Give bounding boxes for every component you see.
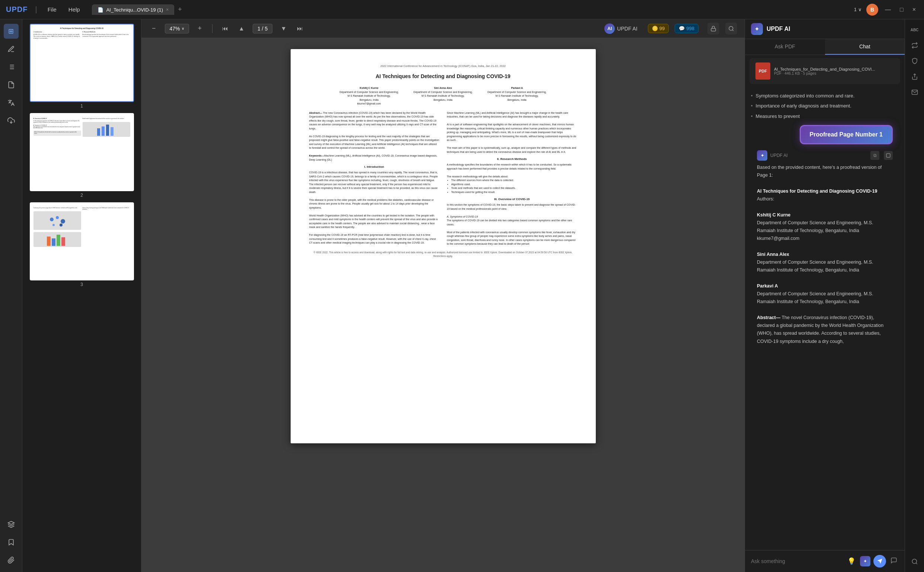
updf-ai-logo: AI	[605, 23, 615, 34]
ai-author1-dept: Department of Computer Science and Engin…	[757, 219, 893, 235]
nav-prev-btn[interactable]: ▲	[236, 25, 247, 33]
zoom-out-btn[interactable]: −	[149, 23, 159, 34]
tab-close-btn[interactable]: ×	[166, 7, 168, 12]
page-counter-val: 1	[854, 7, 857, 12]
page-counter-display: 1 ∨	[854, 7, 862, 12]
chat-input-field[interactable]	[751, 558, 843, 564]
svg-rect-21	[711, 28, 715, 31]
yellow-count: 99	[659, 26, 665, 31]
translate-icon[interactable]	[4, 95, 19, 110]
topbar: UPDF | File Help 📄 AI_Techniqu...OVID-19…	[0, 0, 924, 19]
yellow-icon: 🪙	[652, 26, 658, 31]
nav-next-btn[interactable]: ▼	[278, 25, 289, 33]
svg-point-26	[912, 559, 916, 563]
svg-point-15	[53, 224, 55, 226]
document-tab[interactable]: 📄 AI_Techniqu...OVID-19 (1) ×	[92, 5, 174, 15]
protect-icon[interactable]	[908, 54, 921, 68]
document-page: 2022 International Conference for Advanc…	[291, 49, 596, 443]
annotation-icon[interactable]	[4, 42, 19, 56]
author-1: Kshitij C Kurne Department of Computer S…	[340, 86, 399, 106]
ai-author1-email: kkurne7@gmail.com	[757, 235, 893, 242]
proofread-btn-wrap: Proofread Page Number 1	[751, 122, 899, 147]
chat-history-btn[interactable]	[889, 556, 899, 567]
thumb-img-1: AI Techniques for Detecting and Diagnosi…	[30, 24, 134, 102]
send-btn[interactable]	[873, 555, 886, 567]
ai-header: ✦ UPDF AI	[745, 19, 905, 39]
svg-rect-20	[61, 237, 65, 246]
convert-icon[interactable]	[908, 39, 921, 52]
ai-response-text: Based on the provided content, here's a …	[751, 164, 899, 345]
ask-pdf-tab[interactable]: Ask PDF	[745, 39, 825, 55]
blue-badge-wrap: 💬 998	[675, 24, 698, 33]
thumb-label-1: 1	[80, 103, 83, 109]
thumbnail-3[interactable]: Continuing from previous page about COVI…	[25, 202, 138, 287]
search-right-icon[interactable]	[908, 555, 921, 568]
chat-tab[interactable]: Chat	[825, 39, 905, 55]
section2-heading: II. Research Methods	[447, 157, 577, 162]
attachment-icon[interactable]	[4, 553, 19, 567]
author1-city: Bengaluru, India	[340, 98, 399, 102]
list-icon[interactable]	[4, 59, 19, 75]
nav-first-btn[interactable]: ⏮	[220, 25, 231, 33]
svg-rect-11	[111, 127, 114, 136]
blue-badge: 💬 998	[675, 24, 698, 33]
maximize-btn[interactable]: □	[898, 6, 906, 13]
document-columns: Abstract— The new Coronavirus infection …	[309, 111, 577, 246]
section1-heading: I. Introduction	[309, 165, 439, 169]
conference-header: 2022 International Conference for Advanc…	[309, 64, 577, 68]
lightbulb-btn[interactable]: 💡	[846, 556, 857, 567]
updf-ai-label: UPDF AI	[617, 26, 637, 32]
copy-response-btn[interactable]: ⧉	[870, 151, 879, 160]
ocr-icon[interactable]: ABC	[908, 23, 921, 36]
thumbnails-icon[interactable]: ⊞	[4, 24, 19, 39]
ai-response-checkbox[interactable]	[884, 151, 893, 160]
chat-bullet-list: Symptoms categorized into common and rar…	[751, 92, 899, 121]
zoom-dropdown-icon[interactable]: ∨	[182, 26, 184, 31]
page-wrapper: 2022 International Conference for Advanc…	[291, 49, 596, 443]
updf-sparkle-btn[interactable]: ✦	[860, 556, 870, 566]
ai-author1: Kshitij C Kurne	[757, 212, 790, 218]
close-btn[interactable]: ×	[910, 6, 918, 13]
proofread-page-number-btn[interactable]: Proofread Page Number 1	[800, 125, 893, 144]
bookmark-icon[interactable]	[4, 535, 19, 550]
thumbnail-2[interactable]: III. Overview of COVID-19 In this sectio…	[25, 113, 138, 198]
author1-email: kkurne7@gmail.com	[340, 102, 399, 106]
file-menu[interactable]: File	[45, 5, 59, 14]
minimize-btn[interactable]: —	[883, 6, 893, 13]
user-avatar[interactable]: B	[866, 4, 878, 16]
author3-name: Parkavi A	[488, 86, 547, 90]
author-3: Parkavi A Department of Computer Science…	[488, 86, 547, 106]
credits-display: 🪙 99	[648, 24, 669, 33]
right-panel: ✦ UPDF AI Ask PDF Chat PDF AI_Techniques…	[745, 19, 905, 572]
topbar-sep: |	[35, 5, 37, 14]
thumbnail-1[interactable]: AI Techniques for Detecting and Diagnosi…	[25, 24, 138, 109]
lock-icon[interactable]	[707, 23, 719, 34]
zoom-in-btn[interactable]: +	[195, 23, 205, 34]
mail-icon[interactable]	[908, 85, 921, 99]
document-toolbar: − 47% ∨ + ⏮ ▲ 1 / 5 ▼ ⏭ AI UPDF AI	[142, 19, 745, 38]
svg-rect-19	[56, 235, 60, 246]
bullet-item-3: Measures to prevent	[751, 112, 899, 121]
nav-last-btn[interactable]: ⏭	[295, 25, 305, 33]
new-tab-btn[interactable]: +	[176, 6, 184, 13]
layers-icon[interactable]	[4, 517, 19, 532]
svg-line-27	[916, 563, 917, 564]
svg-point-13	[56, 216, 59, 219]
zoom-value: 47%	[170, 26, 180, 32]
panel-tab-switcher: Ask PDF Chat	[745, 39, 905, 55]
share-icon[interactable]	[908, 70, 921, 83]
updf-ai-btn[interactable]: AI UPDF AI	[605, 23, 637, 34]
left-sidebar: ⊞	[0, 19, 22, 572]
extract-icon[interactable]	[4, 113, 19, 128]
thumb-content-2: III. Overview of COVID-19 In this sectio…	[31, 114, 133, 190]
ai-author3-dept: Department of Computer Science and Engin…	[757, 290, 893, 306]
document-title: AI Techniques for Detecting and Diagnosi…	[309, 73, 577, 80]
pages-icon[interactable]	[4, 77, 19, 92]
ai-doc-title: AI Techniques for Detecting and Diagnosi…	[757, 188, 877, 194]
thumb-label-3: 3	[80, 282, 83, 287]
updf-ai-panel-logo: ✦	[751, 23, 763, 35]
doc-col-left: Abstract— The new Coronavirus infection …	[309, 111, 439, 246]
ai-intro: Based on the provided content, here's a …	[757, 164, 893, 180]
search-icon[interactable]	[725, 23, 737, 34]
help-menu[interactable]: Help	[65, 5, 83, 14]
